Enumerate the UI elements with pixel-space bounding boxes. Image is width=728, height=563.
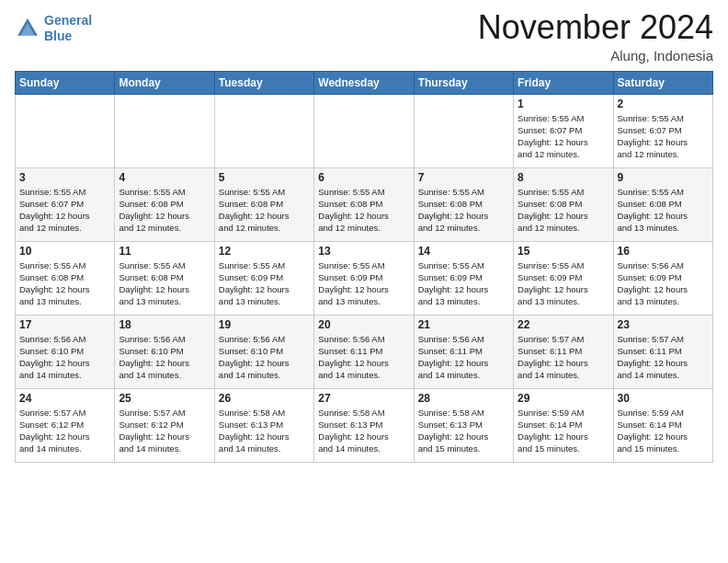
title-block: November 2024 Alung, Indonesia [478,9,713,63]
day-number: 10 [19,245,110,258]
col-header-wednesday: Wednesday [314,71,414,94]
calendar-cell: 28Sunrise: 5:58 AM Sunset: 6:13 PM Dayli… [414,388,513,462]
calendar-cell: 22Sunrise: 5:57 AM Sunset: 6:11 PM Dayli… [514,315,613,388]
day-info: Sunrise: 5:56 AM Sunset: 6:10 PM Dayligh… [219,333,310,382]
calendar-cell: 1Sunrise: 5:55 AM Sunset: 6:07 PM Daylig… [514,94,613,167]
day-number: 9 [618,171,709,184]
day-info: Sunrise: 5:55 AM Sunset: 6:08 PM Dayligh… [618,186,709,235]
calendar-cell: 14Sunrise: 5:55 AM Sunset: 6:09 PM Dayli… [414,241,513,315]
day-info: Sunrise: 5:55 AM Sunset: 6:07 PM Dayligh… [19,186,110,235]
day-number: 28 [418,392,509,405]
day-info: Sunrise: 5:56 AM Sunset: 6:09 PM Dayligh… [618,259,709,308]
day-number: 15 [518,245,609,258]
calendar-cell [414,94,513,167]
day-number: 20 [318,318,409,331]
day-info: Sunrise: 5:58 AM Sunset: 6:13 PM Dayligh… [219,407,310,455]
logo-line1: General [44,13,92,28]
day-info: Sunrise: 5:55 AM Sunset: 6:09 PM Dayligh… [418,259,509,308]
day-info: Sunrise: 5:57 AM Sunset: 6:11 PM Dayligh… [518,333,609,382]
day-number: 19 [219,318,310,331]
day-number: 18 [119,318,210,331]
col-header-tuesday: Tuesday [214,71,313,94]
day-number: 23 [618,318,709,331]
day-number: 11 [119,245,210,258]
calendar-cell: 19Sunrise: 5:56 AM Sunset: 6:10 PM Dayli… [214,315,313,388]
calendar-cell: 20Sunrise: 5:56 AM Sunset: 6:11 PM Dayli… [314,315,414,388]
day-info: Sunrise: 5:55 AM Sunset: 6:08 PM Dayligh… [119,259,210,308]
day-info: Sunrise: 5:57 AM Sunset: 6:12 PM Dayligh… [119,407,210,455]
calendar-cell [314,94,414,167]
calendar-cell: 6Sunrise: 5:55 AM Sunset: 6:08 PM Daylig… [314,167,414,241]
day-info: Sunrise: 5:55 AM Sunset: 6:08 PM Dayligh… [518,186,609,235]
day-number: 1 [518,98,609,110]
col-header-saturday: Saturday [613,71,712,94]
day-number: 17 [19,318,110,331]
calendar-cell: 29Sunrise: 5:59 AM Sunset: 6:14 PM Dayli… [514,388,613,462]
day-number: 12 [219,245,310,258]
calendar-cell: 17Sunrise: 5:56 AM Sunset: 6:10 PM Dayli… [16,315,115,388]
calendar-cell: 24Sunrise: 5:57 AM Sunset: 6:12 PM Dayli… [16,388,115,462]
calendar-cell: 10Sunrise: 5:55 AM Sunset: 6:08 PM Dayli… [16,241,115,315]
day-number: 21 [418,318,509,331]
day-number: 7 [418,171,509,184]
day-info: Sunrise: 5:55 AM Sunset: 6:08 PM Dayligh… [318,186,409,235]
calendar-cell: 16Sunrise: 5:56 AM Sunset: 6:09 PM Dayli… [613,241,712,315]
day-number: 3 [19,171,110,184]
day-info: Sunrise: 5:55 AM Sunset: 6:08 PM Dayligh… [219,186,310,235]
calendar-cell: 9Sunrise: 5:55 AM Sunset: 6:08 PM Daylig… [613,167,712,241]
day-number: 5 [219,171,310,184]
day-info: Sunrise: 5:57 AM Sunset: 6:12 PM Dayligh… [19,407,110,455]
calendar-cell: 21Sunrise: 5:56 AM Sunset: 6:11 PM Dayli… [414,315,513,388]
calendar-cell: 12Sunrise: 5:55 AM Sunset: 6:09 PM Dayli… [214,241,313,315]
day-number: 24 [19,392,110,405]
calendar-cell: 27Sunrise: 5:58 AM Sunset: 6:13 PM Dayli… [314,388,414,462]
day-info: Sunrise: 5:55 AM Sunset: 6:09 PM Dayligh… [318,259,409,308]
calendar-cell: 30Sunrise: 5:59 AM Sunset: 6:14 PM Dayli… [613,388,712,462]
day-number: 26 [219,392,310,405]
day-number: 8 [518,171,609,184]
day-number: 25 [119,392,210,405]
calendar-cell: 23Sunrise: 5:57 AM Sunset: 6:11 PM Dayli… [613,315,712,388]
calendar-cell: 2Sunrise: 5:55 AM Sunset: 6:07 PM Daylig… [613,94,712,167]
col-header-friday: Friday [514,71,613,94]
day-number: 29 [518,392,609,405]
day-number: 27 [318,392,409,405]
page: General Blue November 2024 Alung, Indone… [0,0,728,563]
calendar-cell [16,94,115,167]
calendar-table: SundayMondayTuesdayWednesdayThursdayFrid… [15,71,713,463]
day-number: 2 [618,98,709,110]
calendar-cell: 5Sunrise: 5:55 AM Sunset: 6:08 PM Daylig… [214,167,313,241]
day-info: Sunrise: 5:55 AM Sunset: 6:09 PM Dayligh… [219,259,310,308]
day-info: Sunrise: 5:56 AM Sunset: 6:10 PM Dayligh… [19,333,110,382]
day-number: 30 [618,392,709,405]
col-header-monday: Monday [115,71,214,94]
day-info: Sunrise: 5:56 AM Sunset: 6:11 PM Dayligh… [318,333,409,382]
logo-text: General Blue [44,13,92,44]
day-info: Sunrise: 5:55 AM Sunset: 6:09 PM Dayligh… [518,259,609,308]
logo-icon [15,16,40,41]
day-info: Sunrise: 5:56 AM Sunset: 6:11 PM Dayligh… [418,333,509,382]
logo: General Blue [15,9,92,44]
day-info: Sunrise: 5:59 AM Sunset: 6:14 PM Dayligh… [618,407,709,455]
calendar-cell: 3Sunrise: 5:55 AM Sunset: 6:07 PM Daylig… [16,167,115,241]
day-info: Sunrise: 5:55 AM Sunset: 6:07 PM Dayligh… [518,112,609,161]
calendar-cell: 8Sunrise: 5:55 AM Sunset: 6:08 PM Daylig… [514,167,613,241]
calendar-title: November 2024 [478,9,713,46]
calendar-cell: 13Sunrise: 5:55 AM Sunset: 6:09 PM Dayli… [314,241,414,315]
day-number: 22 [518,318,609,331]
day-info: Sunrise: 5:58 AM Sunset: 6:13 PM Dayligh… [318,407,409,455]
col-header-sunday: Sunday [16,71,115,94]
day-info: Sunrise: 5:55 AM Sunset: 6:07 PM Dayligh… [618,112,709,161]
day-info: Sunrise: 5:56 AM Sunset: 6:10 PM Dayligh… [119,333,210,382]
day-info: Sunrise: 5:55 AM Sunset: 6:08 PM Dayligh… [418,186,509,235]
day-info: Sunrise: 5:59 AM Sunset: 6:14 PM Dayligh… [518,407,609,455]
day-number: 13 [318,245,409,258]
calendar-cell: 4Sunrise: 5:55 AM Sunset: 6:08 PM Daylig… [115,167,214,241]
day-number: 6 [318,171,409,184]
calendar-cell: 25Sunrise: 5:57 AM Sunset: 6:12 PM Dayli… [115,388,214,462]
day-number: 14 [418,245,509,258]
col-header-thursday: Thursday [414,71,513,94]
day-number: 16 [618,245,709,258]
calendar-cell [115,94,214,167]
calendar-cell: 15Sunrise: 5:55 AM Sunset: 6:09 PM Dayli… [514,241,613,315]
